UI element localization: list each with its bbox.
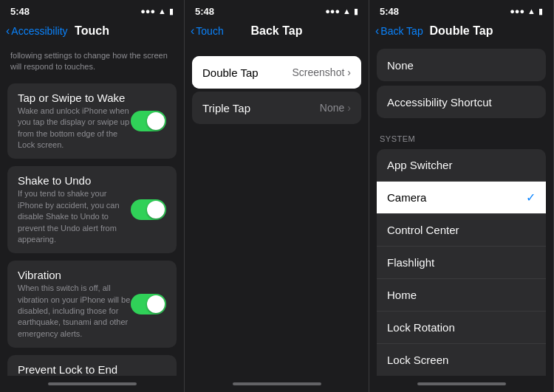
list-item-lock-rotation[interactable]: Lock Rotation [377,312,546,344]
app-switcher-label: App Switcher [387,159,452,171]
chevron-left-icon-1: ‹ [6,25,10,37]
prevent-lock-group: Prevent Lock to End Call Prevent the sid… [7,355,177,376]
home-indicator-1 [0,376,184,392]
battery-icon-2: ▮ [354,7,358,16]
chevron-right-icon: › [347,66,351,78]
prevent-lock-title: Prevent Lock to End Call [18,363,131,376]
doubletap-content: None Accessibility Shortcut SYSTEM App S… [369,46,553,376]
accessibility-shortcut-label: Accessibility Shortcut [387,96,492,109]
vibration-row[interactable]: Vibration When this switch is off, all v… [7,261,177,348]
shake-undo-row[interactable]: Shake to Undo If you tend to shake your … [7,166,177,253]
status-bar-3: 5:48 ●●● ▲ ▮ [369,0,553,19]
system-header: SYSTEM [369,123,553,146]
none-label: None [387,59,414,72]
touch-panel: 5:48 ●●● ▲ ▮ ‹ Accessibility Touch follo… [0,0,185,392]
list-item-lock-screen[interactable]: Lock Screen [377,344,546,376]
signal-icon-2: ●●● [325,7,340,16]
status-bar-2: 5:48 ●●● ▲ ▮ [185,0,369,19]
double-tap-value: Screenshot [293,66,345,78]
triple-tap-value: None [320,102,344,114]
nav-title-1: Touch [75,24,109,38]
flashlight-label: Flashlight [387,256,434,269]
status-time-1: 5:48 [10,6,30,17]
nav-title-3: Double Tap [430,24,493,38]
home-bar-3 [417,382,506,385]
shake-undo-toggle[interactable] [131,199,166,220]
status-icons-3: ●●● ▲ ▮ [510,7,543,16]
wifi-icon-3: ▲ [527,7,536,16]
wifi-icon: ▲ [158,7,166,16]
triple-tap-title: Triple Tap [202,102,250,114]
system-group: App Switcher Camera ✓ Control Center Fla… [377,149,546,376]
shake-undo-title: Shake to Undo [18,174,131,187]
accessibility-shortcut-item[interactable]: Accessibility Shortcut [377,86,546,118]
home-indicator-3 [369,376,553,392]
status-bar-1: 5:48 ●●● ▲ ▮ [0,0,184,19]
backtap-content: Double Tap Screenshot › Triple Tap None … [185,46,369,376]
checkmark-icon: ✓ [526,190,536,204]
back-label-3: Back Tap [380,25,423,37]
vibration-title: Vibration [18,269,131,281]
doubletap-panel: 5:48 ●●● ▲ ▮ ‹ Back Tap Double Tap None … [369,0,554,392]
list-item-home[interactable]: Home [377,279,546,312]
chevron-left-icon-2: ‹ [191,25,194,37]
lock-screen-label: Lock Screen [387,354,448,366]
vibration-toggle[interactable] [131,294,166,314]
toggle-knob [147,201,165,219]
none-group: None [377,49,546,81]
status-time-3: 5:48 [380,6,399,17]
prevent-lock-row[interactable]: Prevent Lock to End Call Prevent the sid… [7,355,177,376]
battery-icon: ▮ [169,7,174,16]
none-item[interactable]: None [377,49,546,81]
vibration-subtitle: When this switch is off, all vibration o… [18,283,131,340]
nav-bar-1: ‹ Accessibility Touch [0,19,184,46]
double-tap-row[interactable]: Double Tap Screenshot › [192,56,361,89]
vibration-group: Vibration When this switch is off, all v… [7,261,177,348]
backtap-panel: 5:48 ●●● ▲ ▮ ‹ Touch Back Tap Double Tap… [185,0,369,392]
back-button-1[interactable]: ‹ Accessibility [6,25,68,37]
list-item-app-switcher[interactable]: App Switcher [377,149,546,182]
back-label-2: Touch [196,25,223,37]
touch-content: following settings to change how the scr… [0,46,184,376]
shake-undo-group: Shake to Undo If you tend to shake your … [7,166,177,253]
chevron-right-icon: › [347,102,351,114]
list-item-flashlight[interactable]: Flashlight [377,247,546,279]
status-time-2: 5:48 [195,6,214,17]
home-indicator-2 [185,376,369,392]
signal-icon: ●●● [140,7,155,16]
accessibility-shortcut-group: Accessibility Shortcut [377,86,546,118]
toggle-knob [147,295,165,313]
chevron-left-icon-3: ‹ [375,25,379,37]
triple-tap-row[interactable]: Triple Tap None › [192,92,361,124]
back-label-1: Accessibility [11,25,67,37]
battery-icon-3: ▮ [538,7,543,16]
back-button-2[interactable]: ‹ Touch [191,25,224,37]
lock-rotation-label: Lock Rotation [387,321,455,334]
signal-icon-3: ●●● [510,7,524,16]
back-button-3[interactable]: ‹ Back Tap [375,25,423,37]
list-item-control-center[interactable]: Control Center [377,214,546,247]
home-label: Home [387,289,417,301]
triple-tap-group: Triple Tap None › [192,92,361,124]
touch-section-desc: following settings to change how the scr… [0,46,184,80]
tap-wake-toggle[interactable] [131,111,166,131]
double-tap-title: Double Tap [202,66,259,79]
home-bar-1 [48,382,137,385]
tap-wake-row[interactable]: Tap or Swipe to Wake Wake and unlock iPh… [7,83,177,159]
home-bar-2 [233,382,321,385]
status-icons-1: ●●● ▲ ▮ [140,7,174,16]
camera-label: Camera [387,191,426,204]
list-item-camera[interactable]: Camera ✓ [377,182,546,214]
toggle-knob [147,112,165,130]
double-tap-group: Double Tap Screenshot › [192,56,361,89]
tap-wake-group: Tap or Swipe to Wake Wake and unlock iPh… [7,83,177,159]
nav-title-2: Back Tap [251,24,303,38]
wifi-icon-2: ▲ [343,7,351,16]
tap-wake-subtitle: Wake and unlock iPhone when you tap the … [18,106,131,151]
tap-wake-title: Tap or Swipe to Wake [18,92,131,104]
shake-undo-subtitle: If you tend to shake your iPhone by acci… [18,188,131,245]
status-icons-2: ●●● ▲ ▮ [325,7,358,16]
control-center-label: Control Center [387,224,459,236]
nav-bar-2: ‹ Touch Back Tap [185,19,369,46]
nav-bar-3: ‹ Back Tap Double Tap [369,19,553,46]
